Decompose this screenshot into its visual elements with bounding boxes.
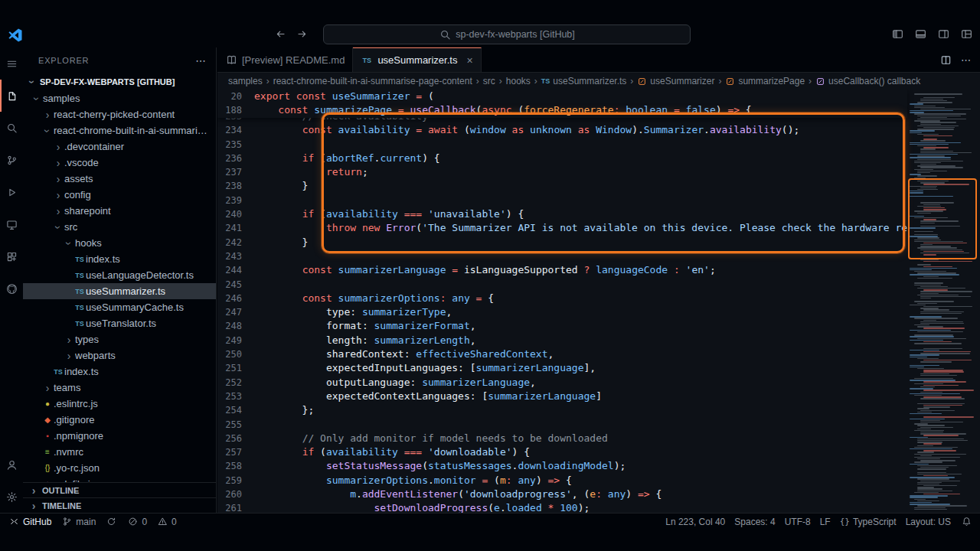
tree-item[interactable]: ›teams: [23, 380, 216, 396]
breadcrumb-item[interactable]: react-chrome-built-in-ai-summarise-page-…: [273, 76, 472, 86]
tree-item[interactable]: TSuseTranslator.ts: [23, 315, 216, 331]
errors-icon: [126, 516, 139, 528]
tree-item-label: react-chrome-built-in-ai-summarise-page-…: [54, 125, 216, 136]
tree-item[interactable]: TSuseLanguageDetector.ts: [23, 267, 216, 283]
activity-menu[interactable]: [0, 47, 23, 80]
code-line[interactable]: 260 m.addEventListener('downloadprogress…: [217, 487, 907, 501]
branch-icon: [60, 516, 73, 528]
tree-item[interactable]: ●.eslintrc.js: [23, 396, 216, 412]
code-line[interactable]: 253 expectedContextLanguages: [summarize…: [217, 390, 907, 403]
activity-settings[interactable]: [0, 481, 23, 513]
breadcrumb-separator: ›: [534, 76, 537, 86]
code-line[interactable]: 255: [217, 418, 907, 432]
tree-item[interactable]: TSuseSummarizer.ts: [23, 283, 216, 299]
activity-remote-explorer[interactable]: [0, 208, 23, 240]
breadcrumb-item[interactable]: samples: [228, 76, 263, 86]
code-line[interactable]: 244 const summarizerLanguage = isLanguag…: [217, 263, 907, 277]
status-language-mode[interactable]: {}TypeScript: [840, 517, 897, 527]
status-remote[interactable]: GitHub: [8, 516, 51, 528]
code-line[interactable]: 20export const useSummarizer = (: [217, 90, 907, 103]
activity-github[interactable]: [0, 272, 23, 305]
split-editor-icon[interactable]: [939, 54, 952, 66]
tab-active[interactable]: TSuseSummarizer.ts×: [353, 47, 481, 72]
breadcrumb-item[interactable]: useCallback() callback: [815, 76, 920, 86]
activity-source-control[interactable]: [0, 144, 23, 176]
tree-item[interactable]: ▪.npmignore: [23, 428, 216, 444]
workspace-root[interactable]: › SP-DEV-FX-WEBPARTS [GITHUB]: [23, 73, 216, 90]
status-cursor-position[interactable]: Ln 223, Col 40: [665, 517, 725, 527]
code-line[interactable]: 245: [217, 278, 907, 292]
breadcrumb-item[interactable]: summarizePage: [725, 76, 805, 86]
more-actions-icon[interactable]: ⋯: [961, 54, 971, 66]
tree-item[interactable]: ›webparts: [23, 347, 216, 364]
status-errors[interactable]: 0: [126, 516, 147, 528]
activity-search[interactable]: [0, 112, 23, 144]
tab[interactable]: [Preview] README.md: [217, 47, 353, 72]
status-encoding[interactable]: UTF-8: [785, 517, 811, 527]
code-line[interactable]: 257 if (availability === 'downloadable')…: [217, 445, 907, 459]
tree-item[interactable]: ◆gulpfile.js: [23, 476, 216, 482]
line-number: 249: [217, 334, 254, 347]
tree-item[interactable]: ›types: [23, 331, 216, 347]
minimap[interactable]: [907, 90, 980, 513]
command-center-search[interactable]: sp-dev-fx-webparts [GitHub]: [323, 24, 691, 44]
code-line[interactable]: 261 setDownloadProgress(e.loaded * 100);: [217, 501, 907, 513]
breadcrumb-item[interactable]: hooks: [506, 76, 531, 86]
close-icon[interactable]: ×: [466, 54, 472, 67]
tree-item[interactable]: ›assets: [23, 171, 216, 187]
tree-item[interactable]: ›react-chrome-built-in-ai-summarise-page…: [23, 122, 216, 139]
status-sync[interactable]: [105, 516, 117, 528]
tree-item[interactable]: TSindex.ts: [23, 251, 216, 267]
code-line[interactable]: 250 sharedContext: effectiveSharedContex…: [217, 347, 907, 361]
layout-left-icon[interactable]: [891, 28, 903, 40]
tree-item[interactable]: ›.vscode: [23, 155, 216, 171]
tree-item[interactable]: {}.yo-rc.json: [23, 460, 216, 476]
breadcrumb-item[interactable]: useSummarizer: [637, 76, 714, 86]
code-line[interactable]: 259 summarizerOptions.monitor = (m: any)…: [217, 474, 907, 487]
code-line[interactable]: 256 // Only add monitor if model needs t…: [217, 432, 907, 445]
tree-item[interactable]: TSuseSummaryCache.ts: [23, 299, 216, 315]
code-line[interactable]: 254 };: [217, 403, 907, 417]
activity-run-debug[interactable]: [0, 176, 23, 208]
activity-explorer[interactable]: [0, 80, 23, 112]
layout-bottom-icon[interactable]: [914, 28, 926, 40]
tree-item[interactable]: ›samples: [23, 90, 216, 106]
timeline-section[interactable]: › TIMELINE: [23, 497, 216, 513]
tree-item[interactable]: ≡.nvmrc: [23, 444, 216, 460]
menu-icon: [5, 57, 18, 70]
breadcrumb-label: src: [483, 76, 495, 86]
code-line[interactable]: 251 expectedInputLanguages: [summarizerL…: [217, 361, 907, 375]
status-indentation[interactable]: Spaces: 4: [734, 517, 775, 527]
tree-item[interactable]: ›sharepoint: [23, 203, 216, 219]
back-icon[interactable]: [274, 28, 286, 40]
status-branch[interactable]: main: [60, 516, 96, 528]
tree-item[interactable]: ◆.gitignore: [23, 412, 216, 428]
outline-section[interactable]: › OUTLINE: [23, 482, 216, 497]
code-line[interactable]: 248 format: summarizerFormat,: [217, 319, 907, 333]
tree-item-label: .npmignore: [54, 430, 108, 442]
activity-accounts[interactable]: [0, 448, 23, 481]
code-line[interactable]: 249 length: summarizerLength,: [217, 334, 907, 347]
code-line[interactable]: 247 type: summarizerType,: [217, 305, 907, 319]
tree-item[interactable]: ›hooks: [23, 235, 216, 251]
forward-icon[interactable]: [296, 28, 308, 40]
chevron-right-icon: ›: [52, 206, 64, 217]
breadcrumb-item[interactable]: TSuseSummarizer.ts: [541, 76, 627, 86]
tree-item[interactable]: TSindex.ts: [23, 364, 216, 380]
tree-item[interactable]: ›config: [23, 187, 216, 203]
status-warnings[interactable]: 0: [156, 516, 177, 528]
status-eol[interactable]: LF: [820, 517, 831, 527]
tree-item[interactable]: ›.devcontainer: [23, 139, 216, 155]
status-notifications[interactable]: [960, 516, 972, 528]
tree-item[interactable]: ›react-cherry-picked-content: [23, 106, 216, 122]
code-line[interactable]: 246 const summarizerOptions: any = {: [217, 292, 907, 305]
layout-right-icon[interactable]: [937, 28, 949, 40]
code-line[interactable]: 252 outputLanguage: summarizerLanguage,: [217, 376, 907, 390]
tree-item[interactable]: ›src: [23, 219, 216, 235]
activity-extensions[interactable]: [0, 240, 23, 272]
layout-grid-icon[interactable]: [960, 28, 972, 40]
more-actions-icon[interactable]: ⋯: [195, 54, 207, 67]
status-keyboard-layout[interactable]: Layout: US: [906, 517, 951, 527]
code-line[interactable]: 258 setStatusMessage(statusMessages.down…: [217, 459, 907, 473]
breadcrumb-item[interactable]: src: [483, 76, 495, 86]
